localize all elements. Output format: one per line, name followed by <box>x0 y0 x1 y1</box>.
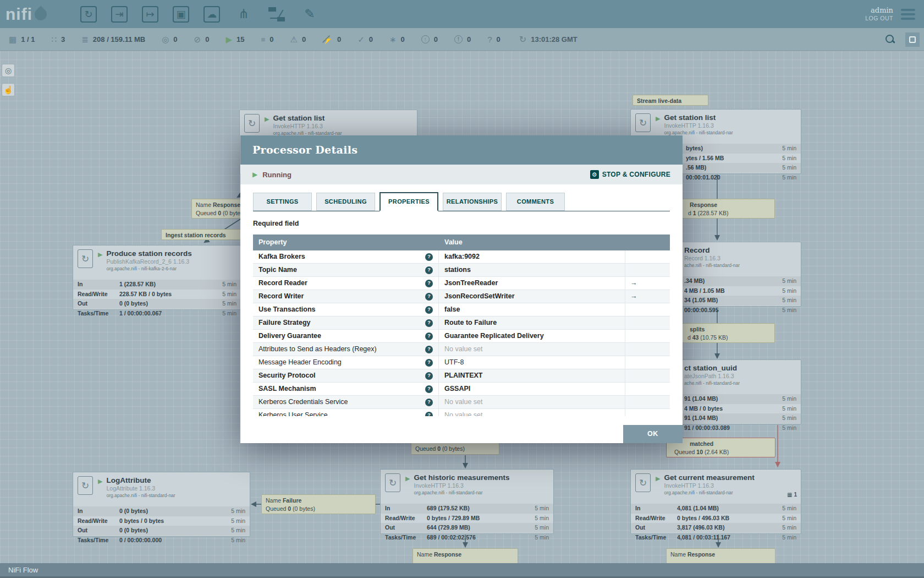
pan-tool-button[interactable]: ☝ <box>2 83 15 96</box>
run-status-label: Running <box>262 171 292 179</box>
connection-label-queued-mid[interactable]: Queued 0 (0 bytes) <box>411 443 499 455</box>
settings-panel-icon[interactable] <box>905 32 920 47</box>
connection-label-ingest-station-records[interactable]: Ingest station records <box>161 229 244 240</box>
processor-get-current-measurement[interactable]: ↻▶Get current measurementInvokeHTTP 1.16… <box>630 469 801 534</box>
stat-label: In <box>78 280 119 290</box>
help-icon[interactable]: ? <box>425 359 433 367</box>
property-row: SASL Mechanism?GSSAPI <box>253 383 670 396</box>
ok-button[interactable]: OK <box>623 425 683 443</box>
property-value: Route to Failure <box>439 317 625 329</box>
connection-label-failure[interactable]: Name FailureQueued 0 (0 bytes) <box>261 494 376 514</box>
processor-type: InvokeHTTP 1.16.3 <box>664 122 733 129</box>
label-text: Name <box>670 551 688 558</box>
help-icon[interactable]: ? <box>425 385 433 393</box>
remote-process-group-icon[interactable]: ☁ <box>204 6 220 23</box>
help-icon[interactable]: ? <box>425 280 433 287</box>
label-text: Response <box>434 551 461 558</box>
label-line: splits <box>669 325 771 334</box>
label-text: Stream live-data <box>637 97 681 104</box>
processor-icon[interactable]: ↻ <box>80 6 97 23</box>
help-icon[interactable]: ? <box>425 412 433 417</box>
help-icon[interactable]: ? <box>425 372 433 380</box>
processor-type: InvokeHTTP 1.16.3 <box>664 482 754 489</box>
funnel-icon[interactable]: ⋔ <box>234 5 253 24</box>
status-queued-count: 208 / 159.11 MB <box>93 35 145 43</box>
label-text: Response <box>688 551 715 558</box>
status-threads: ∷3 <box>51 35 65 45</box>
logout-link[interactable]: LOG OUT <box>865 14 893 23</box>
status-up-to-date: ✓0 <box>358 35 373 45</box>
running-status-icon: ▶ <box>656 475 660 501</box>
tab-settings[interactable]: SETTINGS <box>253 193 312 211</box>
processor-get-historic-measurements[interactable]: ↻▶Get historic measurementsInvokeHTTP 1.… <box>380 469 554 534</box>
tab-properties[interactable]: PROPERTIES <box>380 192 438 211</box>
output-port-icon[interactable]: ↦ <box>142 6 158 23</box>
stop-and-configure-button[interactable]: ⚙ STOP & CONFIGURE <box>590 170 670 179</box>
property-name: Message Header Encoding <box>253 356 423 369</box>
tab-relationships[interactable]: RELATIONSHIPS <box>443 193 502 211</box>
property-name: Security Protocol <box>253 369 423 382</box>
go-to-service-icon[interactable]: → <box>625 279 637 287</box>
stat-label: Read/Write <box>78 290 119 299</box>
help-icon[interactable]: ? <box>425 346 433 353</box>
property-value: GSSAPI <box>439 383 625 395</box>
search-icon[interactable] <box>886 35 895 45</box>
process-group-icon[interactable]: ▣ <box>173 6 189 23</box>
property-name-cell: Attributes to Send as Headers (Regex)? <box>253 343 439 356</box>
help-icon[interactable]: ? <box>425 293 433 301</box>
stat-value: 0 bytes / 496.03 KB <box>677 514 782 524</box>
help-icon[interactable]: ? <box>425 266 433 274</box>
help-icon[interactable]: ? <box>425 399 433 406</box>
stat-value: 0 bytes / 729.89 MB <box>427 514 535 524</box>
tab-comments[interactable]: COMMENTS <box>506 193 565 211</box>
stat-value: 91 (1.04 MB) <box>684 394 782 404</box>
property-row: Kerberos User Service?No value set <box>253 409 670 416</box>
last-refresh[interactable]: ↻13:01:28 GMT <box>519 34 578 45</box>
property-name-cell: Record Reader? <box>253 277 439 290</box>
global-menu-icon[interactable] <box>901 9 915 20</box>
template-icon[interactable] <box>267 5 286 24</box>
property-row: Kafka Brokers?kafka:9092 <box>253 250 670 264</box>
status-bar: ▦1 / 1∷3≣208 / 159.11 MB◎0⊘0▶15■0⚠0⚡0✓0∗… <box>0 28 924 51</box>
property-name-cell: Kerberos User Service? <box>253 409 439 416</box>
property-name-cell: Message Header Encoding? <box>253 356 439 369</box>
breadcrumb[interactable]: NiFi Flow <box>8 566 38 574</box>
stat-row: Tasks/Time0 / 00:00:00.0005 min <box>73 536 250 546</box>
stat-value: 644 (729.89 MB) <box>427 523 535 533</box>
help-icon[interactable]: ? <box>425 332 433 340</box>
go-to-service-icon[interactable]: → <box>625 292 637 300</box>
status-cluster: ▦1 / 1 <box>9 35 35 45</box>
input-port-icon[interactable]: ⇥ <box>111 6 128 23</box>
help-icon[interactable]: ? <box>425 253 433 261</box>
property-value: false <box>439 303 625 316</box>
running-status-icon: ▶ <box>98 478 102 504</box>
stat-row: Read/Write0 bytes / 729.89 MB5 min <box>381 514 553 524</box>
stat-period: 5 min <box>535 514 549 524</box>
status-disabled: ⚡0 <box>322 35 341 45</box>
property-value: JsonTreeReader <box>439 277 625 290</box>
running-status-icon: ▶ <box>405 475 410 501</box>
processor-type: InvokeHTTP 1.16.3 <box>273 123 342 130</box>
processor-produce-station-records[interactable]: ↻▶Produce station recordsPublishKafkaRec… <box>73 245 241 310</box>
nifi-app: nifi ↻⇥↦▣☁⋔✎ admin LOG OUT ▦1 / 1∷3≣208 … <box>0 0 924 578</box>
stat-period: 5 min <box>535 504 549 514</box>
label-icon[interactable]: ✎ <box>300 5 319 24</box>
processor-title: Record <box>684 246 740 255</box>
stat-period: 5 min <box>231 526 245 536</box>
help-icon[interactable]: ? <box>425 306 433 314</box>
property-extra-cell <box>625 356 670 369</box>
label-text: Response <box>213 201 240 208</box>
center-view-button[interactable]: ◎ <box>2 64 15 77</box>
stat-value: 4 MB / 1.05 MB <box>684 286 782 296</box>
help-icon[interactable]: ? <box>425 319 433 327</box>
running-status-icon: ▶ <box>98 251 102 277</box>
processor-log-attribute[interactable]: ↻▶LogAttributeLogAttribute 1.16.3org.apa… <box>73 472 250 537</box>
running-status-icon: ▶ <box>252 171 257 178</box>
stat-period: 5 min <box>782 163 796 173</box>
stat-period: 5 min <box>782 504 796 514</box>
processor-stats: In1 (228.57 KB)5 minRead/Write228.57 KB … <box>73 280 241 318</box>
label-line: matched <box>670 440 771 448</box>
connection-label-stream-live-data[interactable]: Stream live-data <box>632 95 708 106</box>
stat-value: 0 (0 bytes) <box>119 526 231 536</box>
tab-scheduling[interactable]: SCHEDULING <box>316 193 375 211</box>
